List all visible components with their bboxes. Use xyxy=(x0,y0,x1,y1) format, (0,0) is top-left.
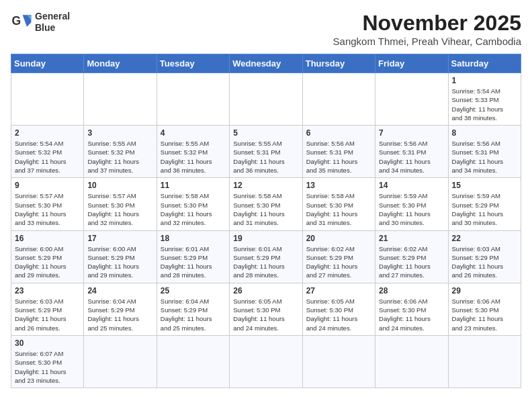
day-info: Sunrise: 5:56 AM Sunset: 5:31 PM Dayligh… xyxy=(379,139,444,175)
calendar-cell: 19Sunrise: 6:01 AM Sunset: 5:29 PM Dayli… xyxy=(230,230,302,283)
month-title: November 2025 xyxy=(333,11,521,36)
calendar-cell xyxy=(230,335,302,387)
calendar-cell: 29Sunrise: 6:06 AM Sunset: 5:30 PM Dayli… xyxy=(448,283,521,335)
calendar-cell: 16Sunrise: 6:00 AM Sunset: 5:29 PM Dayli… xyxy=(11,230,84,283)
calendar-cell: 4Sunrise: 5:55 AM Sunset: 5:32 PM Daylig… xyxy=(157,126,229,178)
day-info: Sunrise: 5:57 AM Sunset: 5:30 PM Dayligh… xyxy=(87,191,152,227)
day-number: 3 xyxy=(87,128,152,138)
day-info: Sunrise: 5:55 AM Sunset: 5:32 PM Dayligh… xyxy=(87,139,152,175)
day-info: Sunrise: 5:58 AM Sunset: 5:30 PM Dayligh… xyxy=(306,191,371,227)
day-info: Sunrise: 6:00 AM Sunset: 5:29 PM Dayligh… xyxy=(15,244,80,280)
day-number: 17 xyxy=(87,234,152,243)
title-area: November 2025 Sangkom Thmei, Preah Vihea… xyxy=(333,11,521,47)
weekday-header-friday: Friday xyxy=(375,54,448,73)
calendar-cell: 1Sunrise: 5:54 AM Sunset: 5:33 PM Daylig… xyxy=(448,73,521,126)
calendar-cell xyxy=(84,335,157,387)
day-info: Sunrise: 5:58 AM Sunset: 5:30 PM Dayligh… xyxy=(233,191,298,227)
day-number: 26 xyxy=(233,286,298,295)
calendar-cell: 5Sunrise: 5:55 AM Sunset: 5:31 PM Daylig… xyxy=(230,126,302,178)
calendar-cell xyxy=(375,73,448,126)
day-number: 12 xyxy=(233,181,298,190)
calendar-cell: 17Sunrise: 6:00 AM Sunset: 5:29 PM Dayli… xyxy=(84,230,157,283)
weekday-header-monday: Monday xyxy=(84,54,157,73)
calendar-cell: 8Sunrise: 5:56 AM Sunset: 5:31 PM Daylig… xyxy=(448,126,521,178)
calendar-cell xyxy=(157,335,229,387)
day-info: Sunrise: 6:05 AM Sunset: 5:30 PM Dayligh… xyxy=(233,297,298,332)
weekday-header-thursday: Thursday xyxy=(302,54,375,73)
calendar-cell: 23Sunrise: 6:03 AM Sunset: 5:29 PM Dayli… xyxy=(11,283,84,335)
day-number: 27 xyxy=(306,286,371,295)
day-number: 24 xyxy=(87,286,152,295)
day-number: 22 xyxy=(452,234,517,243)
day-info: Sunrise: 5:59 AM Sunset: 5:30 PM Dayligh… xyxy=(379,191,444,227)
weekday-header-row: SundayMondayTuesdayWednesdayThursdayFrid… xyxy=(11,54,521,73)
calendar-cell xyxy=(375,335,448,387)
week-row-6: 30Sunrise: 6:07 AM Sunset: 5:30 PM Dayli… xyxy=(11,335,521,387)
day-info: Sunrise: 6:01 AM Sunset: 5:29 PM Dayligh… xyxy=(161,244,226,280)
day-info: Sunrise: 6:01 AM Sunset: 5:29 PM Dayligh… xyxy=(233,244,298,280)
calendar-cell xyxy=(302,335,375,387)
day-info: Sunrise: 5:55 AM Sunset: 5:31 PM Dayligh… xyxy=(233,139,298,175)
day-number: 2 xyxy=(15,128,80,138)
calendar-cell: 13Sunrise: 5:58 AM Sunset: 5:30 PM Dayli… xyxy=(302,178,375,230)
weekday-header-wednesday: Wednesday xyxy=(230,54,302,73)
day-number: 4 xyxy=(161,128,226,138)
day-number: 7 xyxy=(379,128,444,138)
logo-text: General Blue xyxy=(35,11,70,34)
day-info: Sunrise: 5:56 AM Sunset: 5:31 PM Dayligh… xyxy=(452,139,517,175)
day-number: 30 xyxy=(15,338,80,348)
day-info: Sunrise: 6:03 AM Sunset: 5:29 PM Dayligh… xyxy=(15,297,80,332)
week-row-5: 23Sunrise: 6:03 AM Sunset: 5:29 PM Dayli… xyxy=(11,283,521,335)
calendar-cell: 6Sunrise: 5:56 AM Sunset: 5:31 PM Daylig… xyxy=(302,126,375,178)
day-number: 19 xyxy=(233,234,298,243)
weekday-header-sunday: Sunday xyxy=(11,54,84,73)
day-info: Sunrise: 6:03 AM Sunset: 5:29 PM Dayligh… xyxy=(452,244,517,280)
calendar-cell: 20Sunrise: 6:02 AM Sunset: 5:29 PM Dayli… xyxy=(302,230,375,283)
day-info: Sunrise: 6:06 AM Sunset: 5:30 PM Dayligh… xyxy=(379,297,444,332)
week-row-2: 2Sunrise: 5:54 AM Sunset: 5:32 PM Daylig… xyxy=(11,126,521,178)
calendar-cell: 9Sunrise: 5:57 AM Sunset: 5:30 PM Daylig… xyxy=(11,178,84,230)
calendar-cell: 27Sunrise: 6:05 AM Sunset: 5:30 PM Dayli… xyxy=(302,283,375,335)
calendar-cell xyxy=(302,73,375,126)
day-number: 14 xyxy=(379,181,444,190)
day-number: 28 xyxy=(379,286,444,295)
calendar-cell: 25Sunrise: 6:04 AM Sunset: 5:29 PM Dayli… xyxy=(157,283,229,335)
day-info: Sunrise: 5:59 AM Sunset: 5:29 PM Dayligh… xyxy=(452,191,517,227)
day-number: 13 xyxy=(306,181,371,190)
day-number: 20 xyxy=(306,234,371,243)
calendar-cell: 14Sunrise: 5:59 AM Sunset: 5:30 PM Dayli… xyxy=(375,178,448,230)
week-row-4: 16Sunrise: 6:00 AM Sunset: 5:29 PM Dayli… xyxy=(11,230,521,283)
day-info: Sunrise: 6:04 AM Sunset: 5:29 PM Dayligh… xyxy=(161,297,226,332)
week-row-1: 1Sunrise: 5:54 AM Sunset: 5:33 PM Daylig… xyxy=(11,73,521,126)
day-number: 15 xyxy=(452,181,517,190)
day-info: Sunrise: 5:57 AM Sunset: 5:30 PM Dayligh… xyxy=(15,191,80,227)
header: G General Blue November 2025 Sangkom Thm… xyxy=(11,11,521,47)
calendar-cell: 24Sunrise: 6:04 AM Sunset: 5:29 PM Dayli… xyxy=(84,283,157,335)
day-info: Sunrise: 6:07 AM Sunset: 5:30 PM Dayligh… xyxy=(15,349,80,385)
calendar-cell: 26Sunrise: 6:05 AM Sunset: 5:30 PM Dayli… xyxy=(230,283,302,335)
calendar-cell: 22Sunrise: 6:03 AM Sunset: 5:29 PM Dayli… xyxy=(448,230,521,283)
day-number: 29 xyxy=(452,286,517,295)
week-row-3: 9Sunrise: 5:57 AM Sunset: 5:30 PM Daylig… xyxy=(11,178,521,230)
day-info: Sunrise: 5:56 AM Sunset: 5:31 PM Dayligh… xyxy=(306,139,371,175)
day-number: 5 xyxy=(233,128,298,138)
calendar-cell: 2Sunrise: 5:54 AM Sunset: 5:32 PM Daylig… xyxy=(11,126,84,178)
calendar-cell xyxy=(157,73,229,126)
calendar-cell xyxy=(448,335,521,387)
day-number: 6 xyxy=(306,128,371,138)
calendar-cell: 12Sunrise: 5:58 AM Sunset: 5:30 PM Dayli… xyxy=(230,178,302,230)
logo: G General Blue xyxy=(11,11,70,34)
day-number: 9 xyxy=(15,181,80,190)
calendar-cell: 21Sunrise: 6:02 AM Sunset: 5:29 PM Dayli… xyxy=(375,230,448,283)
calendar-cell: 3Sunrise: 5:55 AM Sunset: 5:32 PM Daylig… xyxy=(84,126,157,178)
calendar-cell xyxy=(230,73,302,126)
calendar-cell: 28Sunrise: 6:06 AM Sunset: 5:30 PM Dayli… xyxy=(375,283,448,335)
location-title: Sangkom Thmei, Preah Vihear, Cambodia xyxy=(333,36,521,47)
day-info: Sunrise: 6:05 AM Sunset: 5:30 PM Dayligh… xyxy=(306,297,371,332)
day-info: Sunrise: 6:02 AM Sunset: 5:29 PM Dayligh… xyxy=(306,244,371,280)
svg-text:G: G xyxy=(12,13,21,27)
weekday-header-tuesday: Tuesday xyxy=(157,54,229,73)
day-info: Sunrise: 6:00 AM Sunset: 5:29 PM Dayligh… xyxy=(87,244,152,280)
calendar-cell xyxy=(11,73,84,126)
day-info: Sunrise: 5:54 AM Sunset: 5:32 PM Dayligh… xyxy=(15,139,80,175)
